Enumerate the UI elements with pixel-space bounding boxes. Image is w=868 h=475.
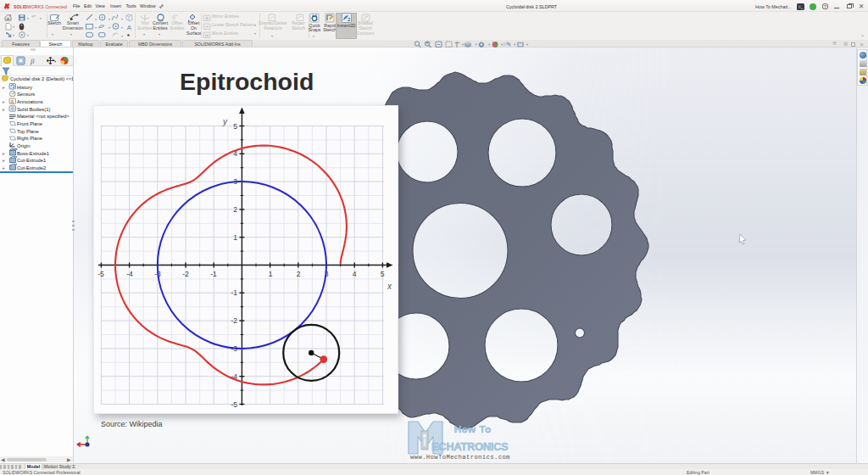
svg-text:Boss-Extrude1: Boss-Extrude1 [17,150,49,155]
svg-text:▾: ▾ [514,42,516,47]
svg-text:▸: ▸ [3,84,5,89]
svg-text:-5: -5 [97,270,104,278]
svg-text:2: 2 [297,270,301,278]
svg-text:4: 4 [353,270,357,278]
svg-text:Annotations: Annotations [17,98,43,103]
svg-text:Top Plane: Top Plane [17,128,39,133]
svg-text:β: β [30,57,35,65]
svg-text:Front Plane: Front Plane [17,120,42,126]
svg-text:www.HowToMechatronics.com: www.HowToMechatronics.com [410,454,510,461]
svg-text:▸: ▸ [3,165,5,170]
svg-text:x: x [387,282,392,291]
svg-text:y: y [222,117,228,126]
svg-text:1: 1 [269,270,273,278]
svg-text:Solid Bodies(1): Solid Bodies(1) [17,106,50,111]
svg-text:Right Plane: Right Plane [17,136,42,141]
svg-text:▸: ▸ [3,98,5,103]
svg-text:▾: ▾ [488,42,491,47]
svg-text:A: A [127,24,132,31]
svg-text:1: 1 [233,233,237,242]
svg-text:▸: ▸ [3,158,5,163]
svg-text:Cycloidal disk 2 (Default) <<D: Cycloidal disk 2 (Default) <<Defaul [10,75,73,81]
svg-text:History: History [17,84,32,89]
svg-text:2: 2 [233,205,237,214]
svg-text:-1: -1 [231,288,237,297]
svg-text:-2: -2 [231,316,237,325]
svg-text:Material <not specified>: Material <not specified> [17,114,70,119]
svg-text:Cut-Extrude1: Cut-Extrude1 [17,158,46,163]
svg-text:ECHATRONICS: ECHATRONICS [431,440,509,453]
svg-text:▾: ▾ [526,42,529,47]
svg-text:-5: -5 [231,400,237,409]
svg-text:Origin: Origin [17,142,30,148]
svg-text:-4: -4 [126,270,133,278]
svg-text:5: 5 [233,122,237,131]
svg-text:▾: ▾ [462,42,465,47]
svg-text:Sensors: Sensors [17,92,35,97]
svg-text:5: 5 [381,270,385,278]
svg-text:How To: How To [454,424,492,434]
svg-text:▸: ▸ [3,106,5,111]
svg-text:-2: -2 [182,270,189,278]
svg-text:-1: -1 [210,270,217,278]
svg-text:Cut-Extrude2: Cut-Extrude2 [17,165,46,170]
svg-text:▸: ▸ [3,150,5,155]
svg-text:▾: ▾ [476,42,478,47]
